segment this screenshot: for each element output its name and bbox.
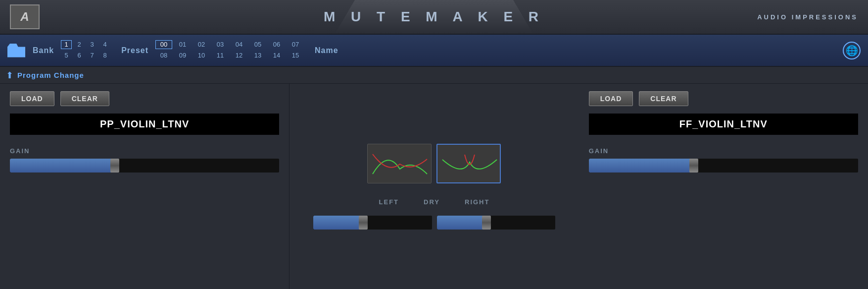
center-left-handle[interactable] bbox=[359, 216, 368, 230]
left-gain-label: GAIN bbox=[10, 147, 279, 155]
preset-num-09[interactable]: 09 bbox=[174, 51, 191, 60]
preset-num-13[interactable]: 13 bbox=[249, 51, 266, 60]
right-clear-button[interactable]: CLEAR bbox=[639, 91, 688, 106]
bank-num-1[interactable]: 1 bbox=[61, 40, 72, 49]
panels: LOAD CLEAR PP_VIOLIN_LTNV GAIN bbox=[0, 67, 868, 289]
right-waveform-box[interactable] bbox=[436, 144, 501, 183]
globe-icon[interactable]: 🌐 bbox=[843, 42, 861, 59]
center-dry-slider[interactable] bbox=[437, 216, 556, 230]
preset-num-06[interactable]: 06 bbox=[268, 40, 285, 49]
preset-num-11[interactable]: 11 bbox=[212, 51, 229, 60]
preset-num-15[interactable]: 15 bbox=[287, 51, 304, 60]
center-panel: LEFT DRY RIGHT bbox=[289, 84, 579, 289]
bank-num-8[interactable]: 8 bbox=[99, 51, 110, 60]
left-label: LEFT bbox=[379, 198, 399, 206]
program-change-arrow: ⬆ bbox=[6, 70, 13, 81]
name-label: Name bbox=[315, 46, 338, 55]
left-instrument-display: PP_VIOLIN_LTNV bbox=[10, 114, 279, 135]
left-gain-slider[interactable] bbox=[10, 159, 279, 173]
program-change-label: Program Change bbox=[17, 71, 84, 79]
center-left-slider[interactable] bbox=[313, 216, 432, 230]
right-instrument-display: FF_VIOLIN_LTNV bbox=[589, 114, 858, 135]
right-label: RIGHT bbox=[465, 198, 489, 206]
center-slider-row bbox=[313, 216, 556, 230]
left-gain-fill bbox=[10, 159, 112, 173]
preset-num-10[interactable]: 10 bbox=[193, 51, 210, 60]
bank-numbers: 1 2 3 4 5 6 7 8 bbox=[61, 40, 111, 61]
preset-num-12[interactable]: 12 bbox=[231, 51, 247, 60]
preset-numbers: 00 01 02 03 04 05 06 07 08 09 10 11 12 1… bbox=[155, 40, 305, 61]
right-waveform-svg bbox=[437, 145, 501, 183]
right-panel: LOAD CLEAR FF_VIOLIN_LTNV GAIN bbox=[579, 84, 868, 289]
preset-num-05[interactable]: 05 bbox=[249, 40, 266, 49]
left-panel: LOAD CLEAR PP_VIOLIN_LTNV GAIN bbox=[0, 84, 289, 289]
waveform-displays bbox=[367, 144, 501, 183]
logo-char: A bbox=[20, 10, 29, 24]
bank-num-5[interactable]: 5 bbox=[61, 51, 72, 60]
preset-label: Preset bbox=[121, 46, 148, 55]
center-left-fill bbox=[313, 216, 361, 230]
right-gain-handle[interactable] bbox=[689, 159, 698, 173]
left-btn-row: LOAD CLEAR bbox=[10, 91, 279, 106]
preset-num-08[interactable]: 08 bbox=[155, 51, 172, 60]
preset-num-02[interactable]: 02 bbox=[193, 40, 210, 49]
bank-label: Bank bbox=[33, 46, 54, 55]
left-waveform-box[interactable] bbox=[367, 144, 432, 183]
bank-num-6[interactable]: 6 bbox=[74, 51, 85, 60]
right-load-button[interactable]: LOAD bbox=[589, 91, 633, 106]
header: A M U T E M A K E R AUDIO IMPRESSIONS bbox=[0, 0, 868, 35]
app-title: M U T E M A K E R bbox=[324, 9, 544, 25]
preset-num-01[interactable]: 01 bbox=[174, 40, 191, 49]
right-gain-slider[interactable] bbox=[589, 159, 858, 173]
bank-num-7[interactable]: 7 bbox=[87, 51, 97, 60]
bank-num-4[interactable]: 4 bbox=[99, 40, 110, 49]
preset-num-14[interactable]: 14 bbox=[268, 51, 285, 60]
preset-num-04[interactable]: 04 bbox=[231, 40, 247, 49]
left-load-button[interactable]: LOAD bbox=[10, 91, 54, 106]
right-gain-fill bbox=[589, 159, 691, 173]
dry-label: DRY bbox=[424, 198, 440, 206]
left-clear-button[interactable]: CLEAR bbox=[60, 91, 109, 106]
logo: A bbox=[10, 4, 40, 29]
left-waveform-svg bbox=[368, 144, 432, 183]
right-gain-label: GAIN bbox=[589, 147, 858, 155]
right-btn-row: LOAD CLEAR bbox=[589, 91, 858, 106]
center-dry-fill bbox=[437, 216, 484, 230]
center-labels: LEFT DRY RIGHT bbox=[379, 198, 490, 206]
preset-bar: Bank 1 2 3 4 5 6 7 8 Preset 00 01 02 03 … bbox=[0, 35, 868, 67]
bank-num-2[interactable]: 2 bbox=[74, 40, 85, 49]
main-content: ⬆ Program Change LOAD CLEAR PP_VIOLIN_LT… bbox=[0, 67, 868, 289]
preset-num-07[interactable]: 07 bbox=[287, 40, 304, 49]
brand-name: AUDIO IMPRESSIONS bbox=[757, 13, 858, 21]
preset-num-00[interactable]: 00 bbox=[155, 40, 172, 49]
preset-num-03[interactable]: 03 bbox=[212, 40, 229, 49]
bank-num-3[interactable]: 3 bbox=[87, 40, 97, 49]
program-change-bar: ⬆ Program Change bbox=[0, 67, 868, 84]
left-gain-handle[interactable] bbox=[110, 159, 119, 173]
folder-icon[interactable] bbox=[7, 44, 25, 58]
center-dry-handle[interactable] bbox=[482, 216, 491, 230]
